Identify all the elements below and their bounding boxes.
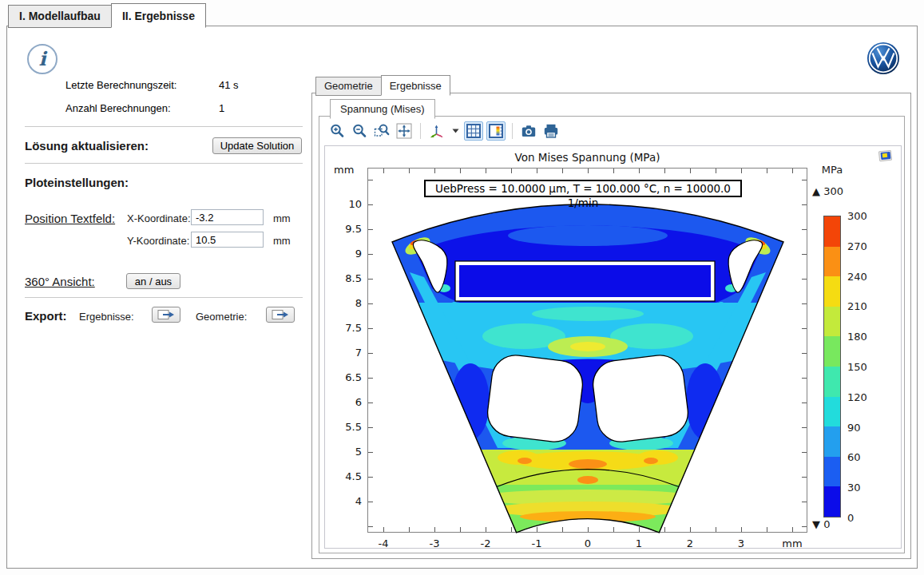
export-icon	[157, 309, 175, 320]
y-tick-label: 8.5	[327, 272, 362, 284]
zoom-box-icon	[374, 123, 390, 139]
y-coordinate-unit: mm	[273, 235, 291, 247]
y-tick	[802, 526, 807, 527]
y-tick	[802, 229, 807, 230]
x-tick	[639, 169, 640, 173]
x-coordinate-input[interactable]	[191, 209, 264, 225]
update-solution-heading: Lösung aktualisieren:	[25, 139, 149, 153]
view-orientation-dropdown[interactable]	[450, 121, 461, 141]
export-geometry-button[interactable]	[266, 307, 295, 323]
view-orientation-button[interactable]	[427, 121, 446, 141]
export-results-button[interactable]	[152, 307, 180, 323]
x-tick-label: 3	[725, 537, 757, 549]
y-tick-label: 7	[327, 347, 362, 359]
y-tick	[368, 477, 373, 478]
x-tick	[613, 169, 614, 173]
tab-ergebnisse[interactable]: II. Ergebnisse	[111, 3, 206, 28]
toolbar-separator	[512, 123, 513, 139]
y-tick	[368, 502, 373, 502]
y-tick	[368, 353, 373, 354]
x-tick	[562, 527, 563, 532]
x-tick	[383, 527, 384, 532]
graphics-canvas[interactable]: Von Mises Spannung (MPa)	[324, 145, 902, 549]
printer-icon	[543, 123, 559, 139]
x-tick	[434, 169, 435, 173]
view-360-toggle-button[interactable]: an / aus	[126, 273, 180, 289]
x-tick-label: -2	[470, 537, 502, 549]
y-tick-label: 9.5	[327, 223, 362, 235]
x-tick	[511, 169, 512, 173]
colorbar-tick-label: 60	[847, 451, 861, 463]
x-tick	[792, 527, 793, 532]
plot-settings-heading: Ploteinstellungen:	[25, 176, 129, 189]
x-tick	[588, 169, 589, 173]
zoom-out-icon	[351, 123, 367, 139]
plot-title: Von Mises Spannung (MPa)	[367, 151, 807, 164]
legend-toggle-icon	[488, 123, 504, 139]
y-tick-label: 6.5	[327, 371, 362, 383]
tab-ergebnisse-inner[interactable]: Ergebnisse	[381, 75, 450, 96]
x-tick	[664, 527, 665, 532]
y-tick	[368, 303, 373, 304]
x-axis-unit: mm	[776, 537, 808, 549]
y-coordinate-input[interactable]	[191, 232, 264, 248]
export-geometry-label: Geometrie:	[196, 311, 247, 323]
parameter-annotation: UebPress = 10.0000 μm, T = 100.000 °C, n…	[424, 180, 742, 197]
y-tick	[802, 502, 807, 502]
colorbar-min: ▼ 0	[812, 518, 830, 530]
x-tick	[409, 169, 410, 173]
separator	[25, 126, 303, 127]
x-tick	[486, 169, 486, 173]
colorbar-tick-label: 180	[847, 331, 867, 343]
y-tick	[802, 180, 807, 180]
colorbar-unit: MPa	[819, 164, 846, 176]
x-tick	[664, 169, 665, 173]
y-tick	[802, 204, 807, 205]
zoom-out-button[interactable]	[350, 121, 369, 141]
y-tick-label: 5.5	[327, 421, 362, 433]
y-tick	[368, 229, 373, 230]
y-tick	[802, 279, 807, 280]
x-tick-label: -3	[418, 537, 450, 549]
snapshot-button[interactable]	[519, 121, 538, 141]
x-tick-label: -1	[521, 537, 553, 549]
y-tick	[802, 353, 807, 354]
x-tick	[409, 527, 410, 532]
textfield-position-label: Position Textfeld:	[25, 212, 115, 225]
y-tick	[802, 328, 807, 329]
zoom-extents-button[interactable]	[395, 121, 414, 141]
x-tick	[486, 527, 486, 532]
x-tick	[639, 527, 640, 532]
main-tab-bar: I. Modellaufbau II. Ergebnisse	[8, 3, 206, 28]
y-tick	[368, 328, 373, 329]
legend-toggle-button[interactable]	[486, 121, 506, 141]
y-tick	[368, 180, 373, 180]
plot-area[interactable]: UebPress = 10.0000 μm, T = 100.000 °C, n…	[367, 168, 807, 533]
x-tick	[767, 169, 767, 173]
toolbar-separator	[420, 123, 421, 139]
x-tick	[690, 169, 691, 173]
x-tick	[792, 169, 793, 173]
colorbar-gradient	[823, 216, 841, 518]
x-tick	[562, 169, 563, 173]
zoom-in-button[interactable]	[327, 121, 347, 141]
tab-geometrie[interactable]: Geometrie	[315, 77, 381, 96]
separator	[25, 163, 303, 164]
colorbar-tick-label: 150	[847, 361, 867, 373]
tab-spannung-mises[interactable]: Spannung (Mises)	[330, 99, 435, 119]
x-tick	[537, 527, 537, 532]
x-tick-label: 0	[572, 537, 604, 549]
x-tick-label: 2	[674, 537, 706, 549]
y-tick-label: 6	[327, 396, 362, 408]
y-tick	[368, 402, 373, 403]
print-button[interactable]	[541, 121, 561, 141]
tab-modellaufbau[interactable]: I. Modellaufbau	[8, 5, 111, 28]
plot-window-icon[interactable]	[878, 149, 893, 163]
y-tick	[802, 303, 807, 304]
y-tick	[368, 204, 373, 205]
update-solution-button[interactable]: Update Solution	[212, 137, 302, 154]
x-tick	[690, 527, 691, 532]
grid-toggle-button[interactable]	[464, 121, 483, 141]
info-icon: i	[27, 44, 58, 74]
zoom-box-button[interactable]	[372, 121, 391, 141]
